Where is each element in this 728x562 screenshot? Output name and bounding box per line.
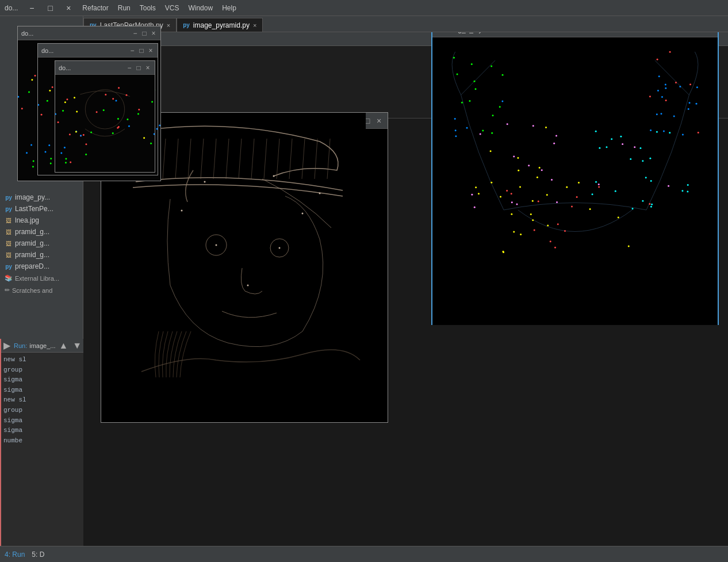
nested1-title: do... [21,30,33,37]
console-line-3: sigma [3,375,80,385]
down-arrow-btn[interactable]: ▼ [71,341,83,351]
sidebar-item-image-py[interactable]: py image_py... [0,192,83,203]
layer1-content [432,37,718,324]
nested1-close[interactable]: × [150,30,157,37]
console-line-8: sigma [3,426,80,436]
sidebar-item-prepared[interactable]: py prepareD... [0,261,83,272]
layer0-close[interactable]: × [375,117,383,125]
run-tab-5-label: 5: D [32,550,44,559]
tab-close-1[interactable]: × [167,22,170,29]
nested3-titlebar: do... − □ × [55,61,155,75]
sidebar-item-lastten[interactable]: py LastTenPe... [0,203,83,215]
py-icon-2: py [5,205,13,213]
sidebar-scratches[interactable]: ✏ Scratches and [0,284,83,296]
sidebar-external-libs[interactable]: 📚 External Libra... [0,272,83,284]
sidebar-item-lnea[interactable]: 🖼 lnea.jpg [0,215,83,226]
run-tab-4[interactable]: 4: Run [5,550,25,559]
run-tab-5[interactable]: 5: D [32,550,44,559]
img-icon-4: 🖼 [5,251,13,259]
nested3-content [55,75,155,172]
nested2-titlebar: do... − □ × [38,44,158,58]
run-label: Run: [14,342,27,349]
console-toolbar: ▶ Run: image_... ▲ ▼ ⊞ ⊟ 🖨 🗑 [0,339,83,353]
menu-refactor[interactable]: Refactor [82,4,108,12]
nested3-title: do... [59,64,71,71]
run-file: image_... [29,342,55,349]
red-indicator [0,339,1,546]
tab-close-2[interactable]: × [253,22,256,29]
img-icon: 🖼 [5,216,13,224]
run-tab-4-label: 4: Run [5,550,25,559]
main-maximize-btn[interactable]: □ [45,3,55,13]
nested2-maximize[interactable]: □ [138,47,145,54]
menu-run[interactable]: Run [118,4,131,12]
img-icon-2: 🖼 [5,228,13,236]
nested2-close[interactable]: × [147,47,154,54]
py-icon-3: py [5,262,13,270]
up-arrow-btn[interactable]: ▲ [58,341,70,351]
tab-bar: py LastTenPerMonth.py × py image_pyramid… [83,16,728,32]
console-line-2: group [3,365,80,376]
nested3-maximize[interactable]: □ [135,64,142,71]
img-icon-3: 🖼 [5,239,13,247]
sidebar-item-pramid3[interactable]: 🖼 pramid_g... [0,249,83,261]
nested2-minimize[interactable]: − [129,47,136,54]
console-line-6: group [3,406,80,416]
console-line-4: sigma [3,385,80,396]
window-layer1: 🖼 dog_1_layer1 − □ × [431,20,719,325]
app-title: do... [5,4,18,12]
console-line-9: numbe [3,436,80,446]
console-line-7: sigma [3,416,80,426]
nested1-titlebar: do... − □ × [18,26,160,40]
main-minimize-btn[interactable]: − [27,3,36,13]
nested3-minimize[interactable]: − [126,64,133,71]
run-icon: ▶ [2,340,12,351]
dogs-canvas [432,37,718,325]
small-canvas-3 [55,75,155,172]
tab-py-icon-2: py [183,22,190,28]
nested3-close[interactable]: × [144,64,151,71]
menu-window[interactable]: Window [188,4,213,12]
sidebar-item-pramid2[interactable]: 🖼 pramid_g... [0,238,83,249]
run-panel: 4: Run 5: D [0,546,728,562]
menu-help[interactable]: Help [222,4,236,12]
menu-tools[interactable]: Tools [140,4,156,12]
console-area: ▶ Run: image_... ▲ ▼ ⊞ ⊟ 🖨 🗑 new sl grou… [0,339,83,546]
py-icon: py [5,193,13,201]
nested2-title: do... [41,47,53,54]
sidebar-item-pramid1[interactable]: 🖼 pramid_g... [0,226,83,238]
menu-bar: do... − □ × Refactor Run Tools VCS Windo… [0,0,728,16]
tab-imagepyramid[interactable]: py image_pyramid.py × [177,18,263,32]
libs-icon: 📚 [5,274,13,282]
main-close-btn[interactable]: × [64,3,73,13]
scratch-icon: ✏ [5,286,10,294]
console-content: new sl group sigma sigma new sl group si… [0,353,83,448]
window-nested3: do... − □ × [55,60,155,173]
nested1-maximize[interactable]: □ [141,30,148,37]
console-line-1: new sl [3,355,80,365]
nested1-minimize[interactable]: − [132,30,139,37]
menu-vcs[interactable]: VCS [165,4,179,12]
console-line-5: new sl [3,395,80,406]
